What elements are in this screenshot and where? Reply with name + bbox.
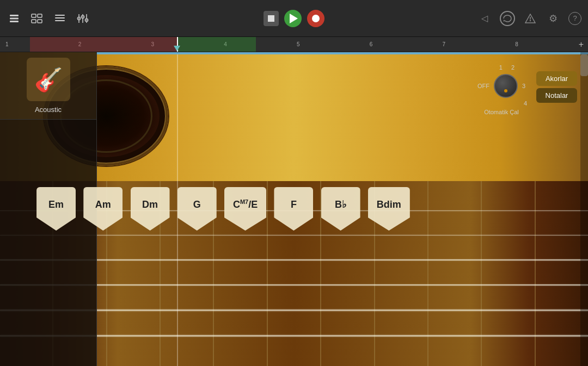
- play-icon: [290, 14, 298, 23]
- knob-container: OFF 3: [477, 74, 525, 98]
- svg-point-13: [81, 15, 84, 18]
- svg-rect-9: [55, 20, 65, 21]
- settings-icon[interactable]: ⚙: [546, 11, 561, 26]
- record-button[interactable]: [307, 10, 324, 27]
- ruler-red-region: [30, 37, 177, 52]
- knob-label-2: 2: [511, 64, 514, 71]
- knob-dot: [504, 89, 507, 92]
- toolbar-center: [264, 10, 324, 27]
- volume-icon[interactable]: ◁: [477, 11, 492, 26]
- ruler-green-region: [177, 37, 256, 52]
- chord-em-button[interactable]: Em: [36, 187, 76, 231]
- svg-point-11: [77, 17, 81, 20]
- scrollbar-thumb[interactable]: [580, 54, 588, 76]
- chord-g-button[interactable]: G: [177, 187, 217, 231]
- chord-bb-button[interactable]: B♭: [321, 187, 360, 231]
- loop-icon[interactable]: [500, 11, 515, 26]
- knob-off-label: OFF: [477, 83, 489, 89]
- auto-play-knob[interactable]: [494, 74, 518, 98]
- instrument-name: Acoustic: [35, 106, 62, 114]
- knob-area: 1 2 OFF 3 4 Otomatik Çal: [477, 64, 525, 115]
- ruler-mark-5: 5: [297, 41, 370, 47]
- chord-buttons-row: Em Am Dm G CM7/E F B♭ Bdim: [0, 187, 446, 231]
- chord-f-button[interactable]: F: [274, 187, 313, 231]
- chord-controls: Akorlar Notalar: [536, 71, 577, 103]
- svg-point-15: [85, 18, 88, 22]
- svg-rect-5: [32, 20, 36, 23]
- record-icon: [312, 15, 320, 22]
- list-view-icon[interactable]: [52, 11, 68, 26]
- knob-labels-top: 1 2: [488, 64, 514, 71]
- chord-dm-button[interactable]: Dm: [131, 187, 170, 231]
- svg-rect-2: [10, 21, 19, 22]
- toolbar-right: ◁ ⚙ ?: [477, 11, 581, 26]
- knob-label-4: 4: [524, 100, 527, 107]
- help-label: ?: [573, 14, 577, 22]
- main-area: 🎸 Acoustic 1 2 OFF 3 4 Otomatik Çal Akor…: [0, 52, 588, 366]
- playhead-marker[interactable]: [174, 46, 180, 51]
- stop-icon: [268, 15, 274, 22]
- toolbar: ◁ ⚙ ?: [0, 0, 588, 37]
- track-view-icon[interactable]: [29, 11, 45, 26]
- master-fx-icon[interactable]: [523, 11, 538, 26]
- add-track-button[interactable]: +: [579, 40, 584, 49]
- acoustic-icon: 🎸: [27, 58, 70, 101]
- ruler-mark-8: 8: [515, 41, 588, 47]
- knob-label-3: 3: [522, 83, 525, 89]
- scrollbar[interactable]: [580, 52, 588, 366]
- knob-bottom-label: Otomatik Çal: [484, 109, 519, 115]
- svg-point-19: [530, 20, 531, 21]
- akorlar-button[interactable]: Akorlar: [536, 71, 577, 86]
- instrument-item-acoustic[interactable]: 🎸 Acoustic: [0, 52, 96, 120]
- svg-rect-7: [55, 15, 65, 16]
- svg-marker-16: [504, 20, 505, 22]
- ruler-mark-6: 6: [370, 41, 443, 47]
- chord-am-button[interactable]: Am: [83, 187, 122, 231]
- mixer-icon[interactable]: [75, 11, 90, 26]
- notalar-button[interactable]: Notalar: [536, 88, 577, 103]
- svg-rect-0: [10, 15, 19, 16]
- chord-bdim-button[interactable]: Bdim: [368, 187, 410, 231]
- selection-rect: [97, 52, 588, 54]
- help-icon[interactable]: ?: [568, 12, 581, 25]
- knob-label-1: 1: [499, 64, 503, 71]
- toolbar-left: [7, 11, 90, 26]
- svg-rect-4: [38, 14, 42, 17]
- svg-rect-3: [32, 14, 36, 17]
- new-track-icon[interactable]: [7, 11, 22, 26]
- svg-rect-1: [10, 17, 19, 19]
- ruler[interactable]: 1 2 3 4 5 6 7 8 +: [0, 37, 588, 52]
- svg-rect-8: [55, 17, 65, 18]
- stop-button[interactable]: [264, 11, 279, 26]
- chord-cm7e-button[interactable]: CM7/E: [224, 187, 266, 231]
- svg-rect-6: [38, 20, 42, 23]
- play-button[interactable]: [284, 10, 302, 27]
- ruler-mark-7: 7: [443, 41, 516, 47]
